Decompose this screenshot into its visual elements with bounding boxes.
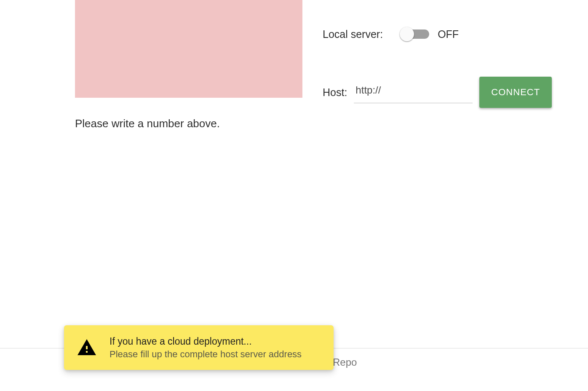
connect-button[interactable]: CONNECT xyxy=(479,77,552,108)
host-input[interactable] xyxy=(354,82,473,103)
local-server-label: Local server: xyxy=(323,28,383,40)
warning-notification: If you have a cloud deployment... Please… xyxy=(64,325,334,370)
toggle-state-label: OFF xyxy=(438,28,459,40)
notification-body: Please fill up the complete host server … xyxy=(110,349,302,360)
instruction-text: Please write a number above. xyxy=(75,117,302,130)
toggle-thumb xyxy=(400,27,414,41)
drawing-canvas[interactable] xyxy=(75,0,302,98)
warning-icon xyxy=(77,337,97,358)
local-server-toggle[interactable] xyxy=(400,26,429,42)
notification-content: If you have a cloud deployment... Please… xyxy=(110,336,302,360)
toggle-container: OFF xyxy=(400,26,459,42)
host-row: Host: CONNECT xyxy=(323,77,552,108)
host-label: Host: xyxy=(323,86,347,99)
footer-repo-link[interactable]: Repo xyxy=(333,356,357,368)
local-server-row: Local server: OFF xyxy=(323,26,552,42)
right-panel: Local server: OFF Host: CONNECT xyxy=(323,26,552,108)
left-panel: Please write a number above. xyxy=(75,0,302,130)
notification-title: If you have a cloud deployment... xyxy=(110,336,302,347)
